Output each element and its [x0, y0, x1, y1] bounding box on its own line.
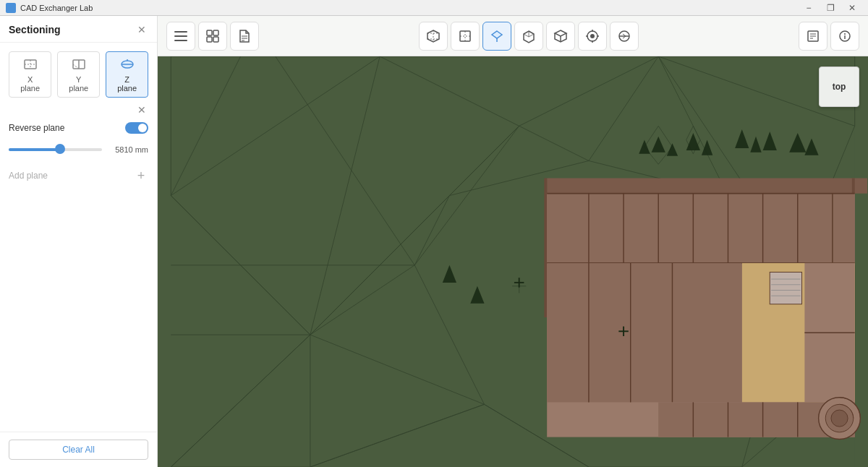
z-plane-button[interactable]: Z plane — [106, 51, 148, 98]
properties-button[interactable] — [230, 22, 259, 51]
model-tree-icon — [206, 30, 219, 43]
svg-rect-12 — [207, 30, 212, 35]
add-plane-row: Add plane + — [0, 163, 157, 189]
svg-rect-125 — [547, 263, 742, 403]
slider-row: 5810 mm — [9, 145, 148, 154]
svg-point-42 — [844, 33, 846, 35]
app-title: CAD Exchanger Lab — [20, 4, 93, 12]
reverse-plane-row: Reverse plane — [0, 119, 157, 142]
y-plane-icon — [71, 56, 87, 72]
render-mode-icon — [585, 29, 600, 43]
isometric-view-button[interactable] — [514, 22, 543, 51]
svg-line-25 — [524, 34, 529, 37]
view-cube-label: top — [833, 82, 846, 92]
svg-rect-109 — [544, 178, 547, 317]
orthographic-icon — [553, 29, 568, 43]
svg-rect-10 — [174, 35, 187, 37]
add-plane-label: Add plane — [9, 171, 48, 181]
model-tree-button[interactable] — [198, 22, 227, 51]
svg-rect-11 — [174, 40, 187, 41]
clear-all-row: Clear All — [0, 432, 157, 467]
plane-selector: X plane Y plane Z plane — [0, 43, 157, 103]
panel-close-button[interactable]: ✕ — [135, 23, 148, 36]
info-icon — [838, 30, 851, 43]
axis-remove-button[interactable]: ✕ — [135, 103, 148, 116]
render-mode-button[interactable] — [578, 22, 607, 51]
svg-point-142 — [831, 410, 848, 427]
perspective-icon — [426, 29, 441, 43]
top-view-icon — [490, 29, 504, 43]
perspective-view-button[interactable] — [419, 22, 448, 51]
titlebar-left: CAD Exchanger Lab — [6, 3, 93, 13]
svg-rect-105 — [547, 178, 867, 193]
x-plane-button[interactable]: X plane — [9, 51, 51, 98]
slider-area: 5810 mm — [0, 142, 157, 163]
slider-fill — [9, 148, 60, 151]
document-icon — [239, 30, 250, 43]
restore-button[interactable]: ❐ — [820, 1, 841, 15]
add-plane-button[interactable]: + — [134, 168, 148, 183]
close-button[interactable]: ✕ — [842, 1, 862, 15]
svg-rect-9 — [174, 31, 187, 33]
svg-point-29 — [590, 34, 595, 38]
y-plane-label: Y plane — [67, 75, 90, 93]
top-view-button[interactable] — [482, 22, 511, 51]
svg-line-26 — [529, 34, 534, 37]
z-plane-label: Z plane — [115, 75, 139, 93]
panel-title: Sectioning — [9, 24, 61, 35]
clear-all-button[interactable]: Clear All — [9, 440, 148, 460]
slider-value: 5810 mm — [108, 145, 148, 154]
sectioning-panel: Sectioning ✕ X plane Y plane — [0, 16, 158, 467]
minimize-button[interactable]: − — [799, 1, 819, 15]
isometric-icon — [522, 29, 536, 43]
toolbar-left — [166, 22, 259, 51]
slider-track[interactable] — [9, 148, 102, 151]
panel-header: Sectioning ✕ — [0, 16, 157, 43]
info-button[interactable] — [830, 22, 859, 51]
toolbar-right — [799, 22, 859, 51]
hamburger-icon — [174, 31, 187, 41]
section-button[interactable] — [610, 22, 639, 51]
svg-line-5 — [73, 64, 79, 69]
svg-rect-13 — [213, 30, 218, 35]
app-icon — [6, 3, 16, 13]
section-icon — [617, 29, 631, 43]
x-plane-icon — [22, 56, 38, 72]
slider-thumb[interactable] — [55, 144, 65, 154]
front-view-button[interactable] — [451, 22, 480, 51]
front-view-icon — [458, 29, 472, 43]
svg-rect-135 — [770, 272, 801, 304]
notes-button[interactable] — [799, 22, 827, 51]
orthographic-view-button[interactable] — [546, 22, 575, 51]
svg-rect-14 — [207, 37, 212, 42]
svg-rect-19 — [460, 31, 470, 41]
notes-icon — [807, 30, 820, 43]
viewport: top — [158, 16, 868, 467]
svg-rect-15 — [213, 37, 218, 42]
titlebar-controls: − ❐ ✕ — [799, 1, 862, 15]
y-plane-button[interactable]: Y plane — [57, 51, 100, 98]
toolbar-center — [419, 22, 639, 51]
svg-rect-111 — [547, 194, 855, 263]
view-cube[interactable]: top — [819, 67, 859, 107]
reverse-plane-label: Reverse plane — [9, 123, 64, 133]
x-plane-label: X plane — [18, 75, 42, 93]
building-viewport[interactable] — [158, 56, 868, 467]
panel-spacer — [0, 189, 157, 432]
reverse-plane-toggle[interactable] — [125, 122, 148, 134]
top-toolbar — [158, 16, 868, 56]
axis-remove-row: ✕ — [0, 103, 157, 119]
z-plane-icon — [119, 56, 135, 72]
titlebar: CAD Exchanger Lab − ❐ ✕ — [0, 0, 868, 16]
menu-button[interactable] — [166, 22, 195, 51]
toggle-thumb — [138, 124, 147, 132]
